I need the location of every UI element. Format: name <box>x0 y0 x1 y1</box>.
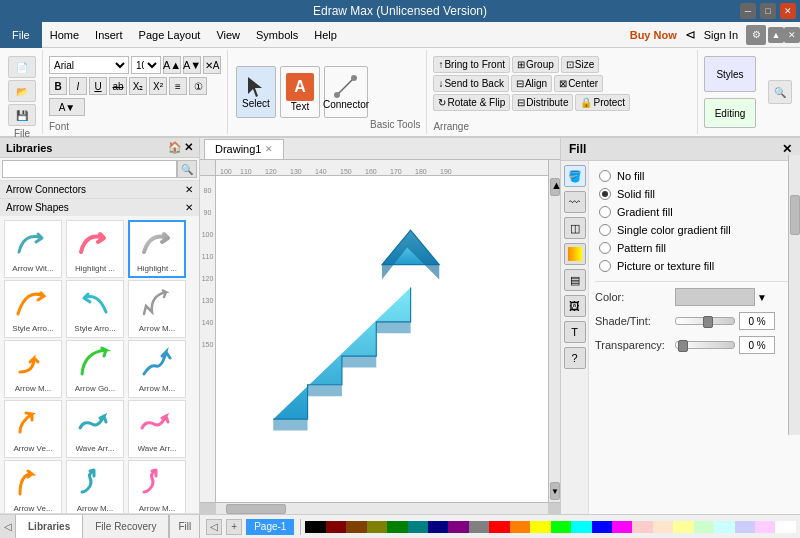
color-swatch-button[interactable] <box>675 288 755 306</box>
swatch-white[interactable] <box>775 521 795 533</box>
libraries-home-icon[interactable]: 🏠 <box>168 141 182 154</box>
view-menu[interactable]: View <box>208 22 248 48</box>
home-menu[interactable]: Home <box>42 22 87 48</box>
subscript-button[interactable]: X₂ <box>129 77 147 95</box>
symbols-menu[interactable]: Symbols <box>248 22 306 48</box>
connector-tool-button[interactable]: Connector <box>324 66 368 118</box>
pattern-fill-option[interactable]: Pattern fill <box>595 239 794 257</box>
list-button[interactable]: ≡ <box>169 77 187 95</box>
fill-tab[interactable]: Fill <box>169 515 200 539</box>
shade-tint-slider[interactable] <box>675 317 735 325</box>
minimize-button[interactable]: ─ <box>740 3 756 19</box>
hscroll-thumb[interactable] <box>226 504 286 514</box>
swatch-black[interactable] <box>305 521 325 533</box>
bring-to-front-button[interactable]: ↑ Bring to Front <box>433 56 510 73</box>
swatch-purple[interactable] <box>448 521 468 533</box>
current-page-label[interactable]: Page-1 <box>246 519 294 535</box>
pattern-fill-radio[interactable] <box>599 242 611 254</box>
save-button[interactable]: 💾 <box>8 104 36 126</box>
fill-line-icon[interactable]: 〰 <box>564 191 586 213</box>
picture-fill-option[interactable]: Picture or texture fill <box>595 257 794 275</box>
shape-item-12[interactable]: Arrow Ve... <box>4 460 62 513</box>
vscroll-down[interactable]: ▼ <box>550 482 560 500</box>
font-size-select[interactable]: 10 <box>131 56 161 74</box>
add-page-button[interactable]: + <box>226 519 242 535</box>
fill-pattern-icon[interactable]: ▤ <box>564 269 586 291</box>
zoom-button[interactable]: 🔍 <box>768 80 792 104</box>
library-scrollbar[interactable] <box>788 155 800 435</box>
shape-item-8[interactable]: Arrow M... <box>128 340 186 398</box>
swatch-lightcyan[interactable] <box>714 521 734 533</box>
fill-gradient-icon[interactable] <box>564 243 586 265</box>
fill-shadow-icon[interactable]: ◫ <box>564 217 586 239</box>
underline-button[interactable]: U <box>89 77 107 95</box>
new-button[interactable]: 📄 <box>8 56 36 78</box>
fill-image-icon[interactable]: 🖼 <box>564 295 586 317</box>
transparency-slider[interactable] <box>675 341 735 349</box>
shape-item-6[interactable]: Arrow M... <box>4 340 62 398</box>
shape-item-5[interactable]: Arrow M... <box>128 280 186 338</box>
ribbon-pin-icon[interactable]: ▲ <box>768 27 784 43</box>
no-fill-radio[interactable] <box>599 170 611 182</box>
search-input[interactable] <box>2 160 177 178</box>
picture-fill-radio[interactable] <box>599 260 611 272</box>
shape-item-1[interactable]: Highlight ... <box>66 220 124 278</box>
insert-menu[interactable]: Insert <box>87 22 131 48</box>
libraries-panel-toggle[interactable]: ◁ <box>0 515 16 539</box>
arrow-shapes-close-icon[interactable]: ✕ <box>185 202 193 213</box>
fill-bucket-icon[interactable]: 🪣 <box>564 165 586 187</box>
swatch-lavender[interactable] <box>755 521 775 533</box>
group-button[interactable]: ⊞ Group <box>512 56 559 73</box>
shape-item-14[interactable]: Arrow M... <box>128 460 186 513</box>
font-shrink-button[interactable]: A▼ <box>183 56 201 74</box>
swatch-peach[interactable] <box>653 521 673 533</box>
send-to-back-button[interactable]: ↓ Send to Back <box>433 75 508 92</box>
fill-text-icon[interactable]: T <box>564 321 586 343</box>
shape-item-4[interactable]: Style Arro... <box>66 280 124 338</box>
swatch-magenta[interactable] <box>612 521 632 533</box>
swatch-cyan[interactable] <box>571 521 591 533</box>
fill-panel-close-icon[interactable]: ✕ <box>782 142 792 156</box>
help-menu[interactable]: Help <box>306 22 345 48</box>
solid-fill-radio[interactable] <box>599 188 611 200</box>
font-grow-button[interactable]: A▲ <box>163 56 181 74</box>
settings-icon[interactable]: ⚙ <box>746 25 766 45</box>
vscroll-up[interactable]: ▲ <box>550 178 560 196</box>
search-button[interactable]: 🔍 <box>177 160 197 178</box>
arrow-connectors-header[interactable]: Arrow Connectors ✕ <box>0 181 199 198</box>
gradient-fill-option[interactable]: Gradient fill <box>595 203 794 221</box>
center-button[interactable]: ⊠ Center <box>554 75 603 92</box>
text-tool-button[interactable]: A Text <box>280 66 320 118</box>
solid-fill-option[interactable]: Solid fill <box>595 185 794 203</box>
hscroll-track[interactable] <box>216 503 548 514</box>
no-fill-option[interactable]: No fill <box>595 167 794 185</box>
superscript-button[interactable]: X² <box>149 77 167 95</box>
shade-tint-thumb[interactable] <box>703 316 713 328</box>
swatch-brown[interactable] <box>346 521 366 533</box>
page-layout-menu[interactable]: Page Layout <box>131 22 209 48</box>
shape-item-9[interactable]: Arrow Ve... <box>4 400 62 458</box>
file-menu-button[interactable]: File <box>0 22 42 48</box>
single-color-gradient-option[interactable]: Single color gradient fill <box>595 221 794 239</box>
arrow-connectors-close-icon[interactable]: ✕ <box>185 184 193 195</box>
italic-button[interactable]: I <box>69 77 87 95</box>
buy-now-link[interactable]: Buy Now <box>624 29 683 41</box>
swatch-lightblue[interactable] <box>735 521 755 533</box>
open-button[interactable]: 📂 <box>8 80 36 102</box>
prev-page-button[interactable]: ◁ <box>206 519 222 535</box>
rotate-flip-button[interactable]: ↻ Rotate & Flip <box>433 94 510 111</box>
shape-item-0[interactable]: Arrow Wit... <box>4 220 62 278</box>
transparency-thumb[interactable] <box>678 340 688 352</box>
size-button[interactable]: ⊡ Size <box>561 56 599 73</box>
ribbon-close-icon[interactable]: ✕ <box>784 27 800 43</box>
swatch-navy[interactable] <box>428 521 448 533</box>
share-icon[interactable]: ⊲ <box>683 27 698 42</box>
clear-format-button[interactable]: ✕A <box>203 56 221 74</box>
swatch-teal[interactable] <box>408 521 428 533</box>
tab-close-icon[interactable]: ✕ <box>265 144 273 154</box>
close-button[interactable]: ✕ <box>780 3 796 19</box>
canvas-vscrollbar[interactable]: ▲ ▼ <box>548 176 560 502</box>
swatch-orange[interactable] <box>510 521 530 533</box>
swatch-yellow[interactable] <box>530 521 550 533</box>
swatch-lightpink[interactable] <box>632 521 652 533</box>
